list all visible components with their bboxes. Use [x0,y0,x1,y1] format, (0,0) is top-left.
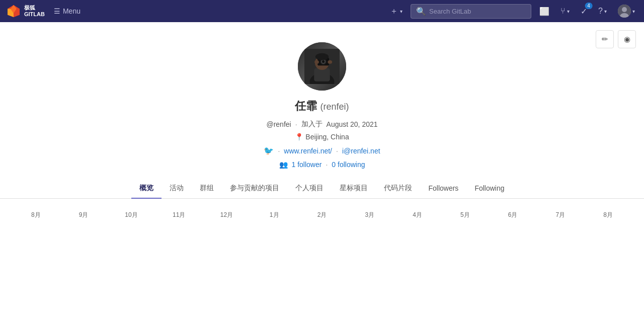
todos-badge: 4 [585,3,593,9]
profile-follow-stats: 👥 1 follower · 0 following [279,160,365,169]
search-icon: 🔍 [416,7,426,16]
month-label: 1月 [251,211,298,219]
rss-icon: ◉ [624,35,630,44]
profile-links: 🐦 · www.renfei.net/ · i@renfei.net [264,146,380,155]
search-box[interactable]: 🔍 [411,4,531,19]
month-label: 11月 [155,211,203,219]
followers-label: follower [297,160,321,169]
tab-contributed[interactable]: 参与贡献的项目 [222,179,287,199]
activity-calendar: 8月9月10月11月12月1月2月3月4月5月6月7月8月 [0,199,644,231]
svg-point-14 [322,60,325,63]
user-menu-button[interactable]: ▾ [615,3,638,20]
search-input[interactable] [429,8,526,15]
svg-point-17 [315,53,329,60]
merge-requests-button[interactable]: ⑂ ▾ [557,5,573,18]
navbar: 极狐 GITLAB ☰ Menu ＋ ▾ 🔍 ⬜ ⑂ ▾ ✓ 4 ? ▾ [0,0,644,22]
plus-icon: ＋ [390,6,398,17]
logo-text: 极狐 GITLAB [24,5,45,18]
profile-avatar [298,42,346,91]
main-content: ✏ ◉ [0,22,644,322]
profile-actions: ✏ ◉ [596,30,636,48]
month-label: 3月 [346,211,393,219]
month-label: 6月 [489,211,537,219]
month-label: 4月 [393,211,441,219]
pencil-icon: ✏ [602,35,608,44]
month-label: 10月 [108,211,155,219]
profile-section: ✏ ◉ [0,22,644,179]
month-label: 7月 [536,211,584,219]
edit-profile-button[interactable]: ✏ [596,30,614,48]
svg-point-5 [622,7,627,12]
twitter-icon: 🐦 [264,146,274,155]
tab-snippets[interactable]: 代码片段 [376,179,420,199]
profile-full-name: 任霏 (renfei) [295,99,349,114]
profile-username: (renfei) [320,102,349,112]
month-label: 2月 [298,211,346,219]
svg-rect-9 [314,68,330,82]
create-button[interactable]: ＋ ▾ [387,4,406,19]
question-icon: ? [598,7,603,16]
svg-point-15 [314,60,319,64]
merge-icon: ⑂ [560,7,566,16]
email-link[interactable]: i@renfei.net [342,147,380,155]
tab-overview[interactable]: 概览 [131,179,162,199]
svg-point-16 [328,60,332,64]
location-icon: 📍 [295,133,303,141]
chevron-down-icon3: ▾ [632,9,635,14]
followers-link[interactable]: 1 follower [292,160,322,169]
following-label: following [338,160,365,169]
todos-button[interactable]: ✓ 4 [578,5,590,18]
hamburger-icon: ☰ [54,7,60,15]
tab-starred[interactable]: 星标项目 [332,179,376,199]
snippet-icon-btn[interactable]: ⬜ [536,5,552,18]
calendar-months: 8月9月10月11月12月1月2月3月4月5月6月7月8月 [12,207,632,223]
joined-label: 加入于 [301,120,323,129]
help-button[interactable]: ? ▾ [595,5,610,18]
joined-date: August 20, 2021 [327,120,378,128]
profile-meta: @renfei · 加入于 August 20, 2021 [266,120,377,129]
nav-logo[interactable]: 极狐 GITLAB [6,4,45,19]
tab-personal[interactable]: 个人项目 [287,179,332,199]
chevron-down-icon: ▾ [567,9,570,14]
clipboard-icon: ⬜ [539,7,549,16]
tab-groups[interactable]: 群组 [192,179,222,199]
fox-icon [6,4,21,19]
chevron-down-icon2: ▾ [604,9,607,14]
followers-icon: 👥 [279,160,288,169]
month-label: 8月 [12,211,60,219]
month-label: 12月 [203,211,251,219]
profile-handle: @renfei [266,120,291,128]
profile-location: 📍 Beijing, China [295,133,349,141]
user-avatar [618,5,631,18]
menu-button[interactable]: ☰ Menu [50,5,85,17]
tab-followers[interactable]: Followers [420,179,466,198]
avatar-image [304,49,340,84]
menu-label: Menu [63,7,80,15]
website-link[interactable]: www.renfei.net/ [284,147,332,155]
profile-tabs: 概览活动群组参与贡献的项目个人项目星标项目代码片段FollowersFollow… [0,179,644,199]
following-link[interactable]: 0 following [332,160,365,169]
chevron-icon: ▾ [400,9,403,14]
month-label: 8月 [584,211,632,219]
month-label: 5月 [441,211,489,219]
tab-following[interactable]: Following [466,179,512,198]
tab-activity[interactable]: 活动 [162,179,192,199]
month-label: 9月 [60,211,108,219]
rss-button[interactable]: ◉ [618,30,636,48]
